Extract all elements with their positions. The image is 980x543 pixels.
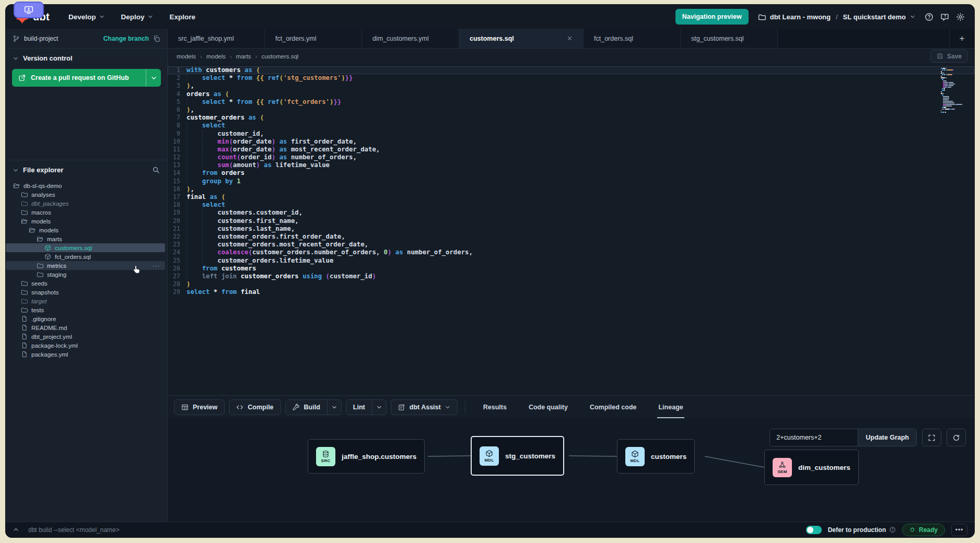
code-line-29[interactable]: 29select * from final [168,288,974,296]
dbt-assist-button[interactable]: dbt Assist [391,399,458,415]
account-name[interactable]: dbt Learn - mwong [770,13,831,21]
lineage-selector-input[interactable]: 2+customers+2 [770,429,858,446]
code-line-8[interactable]: 8 select [168,122,974,129]
lineage-node-stg-customers[interactable]: MDLstg_customers [471,436,564,476]
tree-item-db-sl-qs-demo[interactable]: db-sl-qs-demo [6,181,165,190]
tree-item-models[interactable]: models [6,217,165,226]
nav-menu-explore[interactable]: Explore [170,13,196,21]
panel-tab-results[interactable]: Results [482,396,508,418]
code-line-13[interactable]: 13 sum(amount) as lifetime_value [168,161,974,169]
code-line-18[interactable]: 18 select [168,201,974,209]
code-line-9[interactable]: 9 customer_id, [168,130,974,138]
code-line-17[interactable]: 17final as ( [168,193,974,201]
editor-tab-fct-orders-yml[interactable]: fct_orders.yml [265,29,362,48]
create-pr-dropdown[interactable] [146,69,161,87]
tree-item-metrics[interactable]: metrics··· [6,261,165,270]
copy-icon[interactable] [153,35,160,42]
code-line-2[interactable]: 2 select * from {{ ref('stg_customers')}… [168,74,974,82]
editor-tab-dim-customers-yml[interactable]: dim_customers.yml [362,29,459,48]
nav-menu-develop[interactable]: Develop [68,13,104,21]
tree-item-dbt-packages[interactable]: dbt_packages [6,199,165,208]
code-line-21[interactable]: 21 customers.last_name, [168,225,974,233]
project-name[interactable]: SL quickstart demo [843,13,906,21]
tree-item-customers-sql[interactable]: customers.sql [6,243,165,252]
code-line-20[interactable]: 20 customers.first_name, [168,217,974,225]
code-editor[interactable]: 1with customers as (2 select * from {{ r… [168,64,974,395]
tree-item-staging[interactable]: staging [6,270,165,279]
editor-tab-stg-customers-sql[interactable]: stg_customers.sql [681,29,778,48]
breadcrumb-item[interactable]: marts [236,53,251,60]
tree-item-packages-yml[interactable]: packages.yml [6,350,165,359]
tree-item-fct-orders-sql[interactable]: fct_orders.sql [6,252,165,261]
lint-button[interactable]: Lint [346,400,372,415]
tree-item-analyses[interactable]: analyses [6,190,165,199]
code-line-26[interactable]: 26 from customers [168,265,974,273]
file-explorer-header[interactable]: File explorer [6,160,167,180]
row-menu-icon[interactable]: ··· [153,263,160,269]
feedback-icon[interactable] [940,13,949,21]
breadcrumb-item[interactable]: customers.sql [261,53,298,60]
tree-item--gitignore[interactable]: .gitignore [6,314,165,323]
change-branch-link[interactable]: Change branch [103,35,149,42]
minimap[interactable] [941,68,970,113]
lint-dropdown-button[interactable] [372,400,386,415]
update-graph-button[interactable]: Update Graph [858,429,916,446]
editor-tab-src-jaffle-shop-yml[interactable]: src_jaffle_shop.yml [168,29,265,48]
code-line-14[interactable]: 14 from orders [168,169,974,177]
lineage-node-customers[interactable]: MDLcustomers [617,439,695,474]
code-line-25[interactable]: 25 customer_orders.lifetime_value [168,257,974,265]
account-switcher[interactable]: dbt Learn - mwong / SL quickstart demo [758,13,915,21]
code-line-15[interactable]: 15 group by 1 [168,178,974,185]
code-line-28[interactable]: 28) [168,280,974,288]
tree-item-target[interactable]: target [6,297,165,305]
lineage-node-jaffle-shop-customers[interactable]: SRCjaffle_shop.customers [308,439,425,474]
new-tab-button[interactable]: + [949,29,974,48]
nav-menu-deploy[interactable]: Deploy [121,13,153,21]
lineage-canvas[interactable]: 2+customers+2 Update Graph SRCjaffle_sho… [168,418,974,522]
tree-item-macros[interactable]: macros [6,208,165,217]
code-line-5[interactable]: 5 select * from {{ ref('fct_orders')}} [168,98,974,106]
breadcrumb-item[interactable]: models [206,53,226,60]
breadcrumb-item[interactable]: models [177,53,196,60]
editor-tab-fct-orders-sql[interactable]: fct_orders.sql [584,29,681,48]
code-line-4[interactable]: 4orders as ( [168,90,974,98]
tree-item-dbt-project-yml[interactable]: dbt_project.yml [6,332,165,341]
editor-tab-customers-sql[interactable]: customers.sql [459,29,584,48]
gear-icon[interactable] [956,13,965,21]
create-pr-main[interactable]: Create a pull request on GitHub [12,69,146,87]
panel-tab-lineage[interactable]: Lineage [657,396,684,418]
close-icon[interactable] [567,36,573,41]
expand-panel-button[interactable] [13,526,19,533]
code-line-6[interactable]: 6), [168,106,974,114]
tree-item-models[interactable]: models [6,226,165,234]
tree-item-readme-md[interactable]: README.md [6,323,165,332]
search-icon[interactable] [152,166,160,174]
panel-tab-compiled-code[interactable]: Compiled code [589,396,638,418]
more-options-button[interactable]: ••• [951,524,967,536]
preview-button[interactable]: Preview [174,399,225,415]
build-button[interactable]: Build [286,400,327,415]
tree-item-package-lock-yml[interactable]: package-lock.yml [6,341,165,350]
save-button[interactable]: Save [930,50,968,63]
build-dropdown-button[interactable] [327,400,341,415]
code-line-23[interactable]: 23 customer_orders.most_recent_order_dat… [168,241,974,249]
fullscreen-button[interactable] [922,429,941,446]
code-line-7[interactable]: 7customer_orders as ( [168,114,974,122]
code-line-19[interactable]: 19 customers.customer_id, [168,209,974,217]
code-line-16[interactable]: 16), [168,185,974,193]
info-icon[interactable] [889,526,896,533]
code-line-12[interactable]: 12 count(order_id) as number_of_orders, [168,154,974,161]
command-input[interactable] [27,526,320,534]
tree-item-tests[interactable]: tests [6,305,165,314]
code-line-24[interactable]: 24 coalesce(customer_orders.number_of_or… [168,249,974,256]
tree-item-marts[interactable]: marts [6,234,165,243]
code-line-1[interactable]: 1with customers as ( [168,66,974,74]
navigation-preview-button[interactable]: Navigation preview [675,9,749,25]
compile-button[interactable]: Compile [229,399,281,415]
code-line-11[interactable]: 11 max(order_date) as most_recent_order_… [168,146,974,154]
panel-tab-code-quality[interactable]: Code quality [528,396,569,418]
lineage-node-dim-customers[interactable]: SEMdim_customers [764,450,859,485]
code-line-3[interactable]: 3), [168,82,974,90]
tree-item-snapshots[interactable]: snapshots [6,288,165,297]
version-control-header[interactable]: Version control [6,49,167,68]
